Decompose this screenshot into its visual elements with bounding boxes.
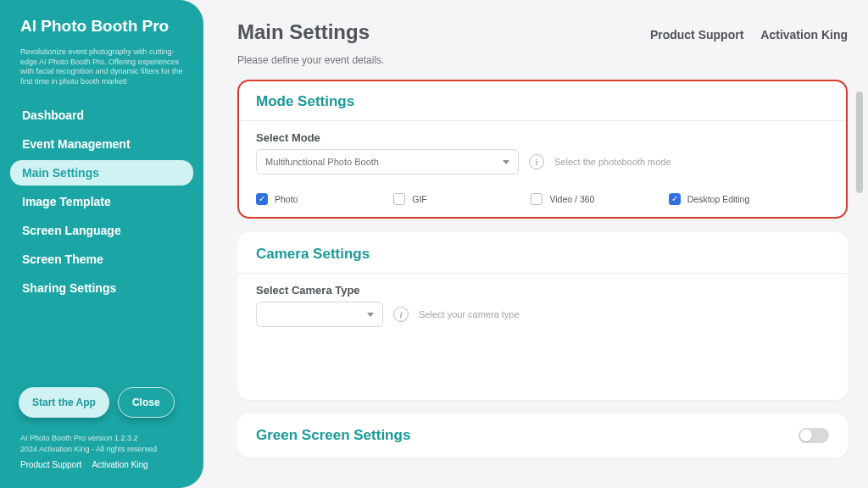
option-label: Desktop Editing — [687, 194, 750, 204]
chevron-down-icon — [503, 160, 509, 164]
checkbox-icon — [256, 193, 268, 205]
copyright-text: 2024 Activation King - All rights reserv… — [20, 444, 183, 455]
footer-link-activation-king[interactable]: Activation King — [92, 460, 148, 469]
select-camera-hint: Select your camera type — [419, 309, 520, 319]
sidebar-item-image-template[interactable]: Image Template — [10, 189, 193, 214]
sidebar-item-main-settings[interactable]: Main Settings — [10, 160, 193, 186]
option-label: GIF — [412, 194, 427, 204]
sidebar-item-sharing-settings[interactable]: Sharing Settings — [10, 275, 193, 301]
brand-tagline: Revolutionize event photography with cut… — [0, 47, 203, 103]
page-title: Main Settings — [237, 20, 370, 44]
select-mode-label: Select Mode — [256, 131, 829, 144]
sidebar-actions: Start the App Close — [0, 387, 203, 418]
camera-settings-card: Camera Settings Select Camera Type i Sel… — [237, 232, 848, 400]
green-screen-toggle[interactable] — [798, 428, 829, 443]
close-button[interactable]: Close — [118, 387, 175, 418]
header-link-product-support[interactable]: Product Support — [650, 28, 743, 42]
green-screen-settings-card: Green Screen Settings — [237, 413, 848, 458]
option-gif[interactable]: GIF — [393, 193, 531, 205]
select-camera-label: Select Camera Type — [256, 284, 829, 297]
select-mode-value: Multifunctional Photo Booth — [265, 157, 379, 167]
option-desktop-editing[interactable]: Desktop Editing — [669, 193, 806, 205]
settings-scroll-area: Mode Settings Select Mode Multifunctiona… — [237, 80, 848, 488]
select-camera-row: i Select your camera type — [256, 302, 829, 327]
checkbox-icon — [531, 193, 542, 205]
info-icon[interactable]: i — [393, 307, 409, 322]
main-content: Main Settings Product Support Activation… — [203, 0, 868, 488]
option-photo[interactable]: Photo — [256, 193, 393, 205]
info-icon[interactable]: i — [529, 154, 544, 169]
select-mode-row: Multifunctional Photo Booth i Select the… — [256, 149, 829, 175]
sidebar-item-dashboard[interactable]: Dashboard — [10, 103, 193, 128]
header-link-activation-king[interactable]: Activation King — [760, 28, 848, 42]
camera-settings-title: Camera Settings — [256, 246, 829, 263]
option-label: Photo — [275, 194, 298, 204]
green-screen-title: Green Screen Settings — [256, 427, 410, 444]
page-header: Main Settings Product Support Activation… — [237, 20, 848, 44]
sidebar-item-event-management[interactable]: Event Management — [10, 131, 193, 157]
page-subtitle: Please define your event details. — [237, 54, 848, 66]
spacer — [256, 327, 829, 386]
divider — [237, 273, 848, 274]
option-video-360[interactable]: Video / 360 — [531, 193, 668, 205]
sidebar: AI Photo Booth Pro Revolutionize event p… — [0, 0, 203, 488]
select-mode-hint: Select the photobooth mode — [554, 157, 671, 167]
chevron-down-icon — [367, 313, 374, 317]
brand-title: AI Photo Booth Pro — [0, 17, 203, 47]
sidebar-item-screen-theme[interactable]: Screen Theme — [10, 247, 193, 272]
divider — [239, 120, 846, 121]
version-text: AI Photo Booth Pro version 1.2.3.2 — [20, 433, 183, 444]
mode-options-row: Photo GIF Video / 360 Desktop Editing — [256, 193, 829, 205]
footer-link-product-support[interactable]: Product Support — [20, 460, 81, 469]
checkbox-icon — [393, 193, 405, 205]
checkbox-icon — [669, 193, 681, 205]
select-mode-dropdown[interactable]: Multifunctional Photo Booth — [256, 149, 519, 175]
scrollbar[interactable] — [856, 92, 863, 193]
start-app-button[interactable]: Start the App — [19, 387, 109, 418]
sidebar-footer: AI Photo Booth Pro version 1.2.3.2 2024 … — [0, 418, 203, 458]
mode-settings-card: Mode Settings Select Mode Multifunctiona… — [237, 80, 848, 219]
sidebar-nav: Dashboard Event Management Main Settings… — [0, 103, 203, 301]
select-camera-dropdown[interactable] — [256, 302, 383, 327]
option-label: Video / 360 — [549, 194, 594, 204]
header-links: Product Support Activation King — [650, 28, 848, 42]
mode-settings-title: Mode Settings — [256, 93, 829, 110]
sidebar-item-screen-language[interactable]: Screen Language — [10, 218, 193, 243]
sidebar-footer-links: Product Support Activation King — [0, 458, 203, 471]
